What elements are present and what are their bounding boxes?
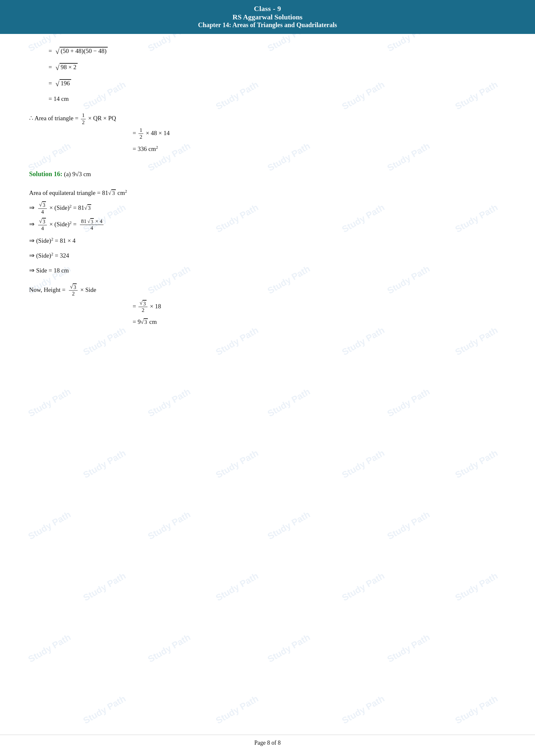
- height-calc1: = √3 2 × 18: [133, 300, 506, 314]
- header-chapter: Chapter 14: Areas of Triangles and Quadr…: [7, 21, 528, 29]
- watermark: Study Path: [454, 571, 500, 604]
- watermark: Study Path: [146, 632, 192, 665]
- watermark: Study Path: [146, 387, 192, 419]
- watermark: Study Path: [81, 694, 128, 726]
- header-class: Class - 9: [7, 5, 528, 13]
- fraction-denominator2: 2: [138, 134, 143, 140]
- watermark: Study Path: [385, 632, 432, 665]
- watermark: Study Path: [340, 694, 386, 726]
- num-sqrt3: √3: [38, 202, 47, 208]
- watermark: Study Path: [214, 571, 260, 604]
- watermark: Study Path: [214, 694, 260, 726]
- eq1: ⇒ √3 4 × (Side)2 = 81√3: [29, 202, 506, 215]
- watermark: Study Path: [214, 448, 260, 481]
- watermark: Study Path: [454, 694, 500, 726]
- solution16-section: Solution 16: (a) 9√3 cm: [29, 168, 506, 180]
- num-sqrt3b: √3: [38, 218, 47, 225]
- num-sqrt3-h: √3: [69, 284, 78, 290]
- den-4c: 4: [80, 225, 103, 231]
- eq-tri-area: Area of equilateral triangle = 81√3 cm2: [29, 187, 506, 199]
- watermark: Study Path: [340, 571, 386, 604]
- area-calc1: = 1 2 × 48 × 14: [133, 127, 506, 141]
- page-content: = √(50 + 48)(50 − 48) = √98 × 2 = √196 =…: [0, 34, 535, 355]
- watermark: Study Path: [27, 387, 73, 419]
- fraction-denominator: 2: [81, 119, 86, 126]
- fraction-numerator: 1: [81, 112, 86, 119]
- watermark: Study Path: [340, 448, 386, 481]
- watermark: Study Path: [146, 509, 192, 542]
- page-number: Page 8 of 8: [254, 740, 280, 746]
- math-step2: = √98 × 2: [48, 61, 506, 75]
- num-sqrt3-h2: √3: [138, 300, 147, 307]
- solution16-heading: Solution 16: (a) 9√3 cm: [29, 170, 91, 177]
- page-header: Class - 9 RS Aggarwal Solutions Chapter …: [0, 0, 535, 34]
- fraction-numerator2: 1: [138, 127, 143, 134]
- watermark: Study Path: [81, 448, 128, 481]
- den-2-h: 2: [69, 290, 78, 297]
- watermark: Study Path: [385, 387, 432, 419]
- watermark: Study Path: [27, 632, 73, 665]
- header-book: RS Aggarwal Solutions: [7, 13, 528, 21]
- eq2: ⇒ √3 4 × (Side)2 = 81√3 × 4 4: [29, 218, 506, 232]
- page-footer: Page 8 of 8: [0, 735, 535, 746]
- watermark: Study Path: [27, 509, 73, 542]
- eq5: ⇒ Side = 18 cm: [29, 264, 506, 276]
- watermark: Study Path: [266, 632, 312, 665]
- height-result: = 9√3 cm: [133, 316, 506, 328]
- watermark: Study Path: [266, 387, 312, 419]
- math-step3: = √196: [48, 77, 506, 91]
- watermark: Study Path: [385, 509, 432, 542]
- area-formula-label: ∴ Area of triangle = 1 2 × QR × PQ: [29, 112, 506, 126]
- height-formula: Now, Height = √3 2 × Side: [29, 284, 506, 297]
- eq4: ⇒ (Side)2 = 324: [29, 249, 506, 261]
- area-result: = 336 cm2: [133, 143, 506, 155]
- eq3: ⇒ (Side)2 = 81 × 4: [29, 234, 506, 247]
- math-step1: = √(50 + 48)(50 − 48): [48, 45, 506, 59]
- watermark: Study Path: [454, 448, 500, 481]
- watermark: Study Path: [81, 571, 128, 604]
- solution16-part: (a) 9√3 cm: [64, 171, 91, 177]
- solution15-continuation: = √(50 + 48)(50 − 48) = √98 × 2 = √196 =…: [29, 45, 506, 155]
- watermark: Study Path: [266, 509, 312, 542]
- den-2-h2: 2: [138, 307, 147, 313]
- den-4b: 4: [38, 225, 47, 232]
- math-step4: = 14 cm: [48, 93, 506, 105]
- den-4: 4: [38, 209, 47, 215]
- num-complex: 81√3 × 4: [80, 218, 103, 225]
